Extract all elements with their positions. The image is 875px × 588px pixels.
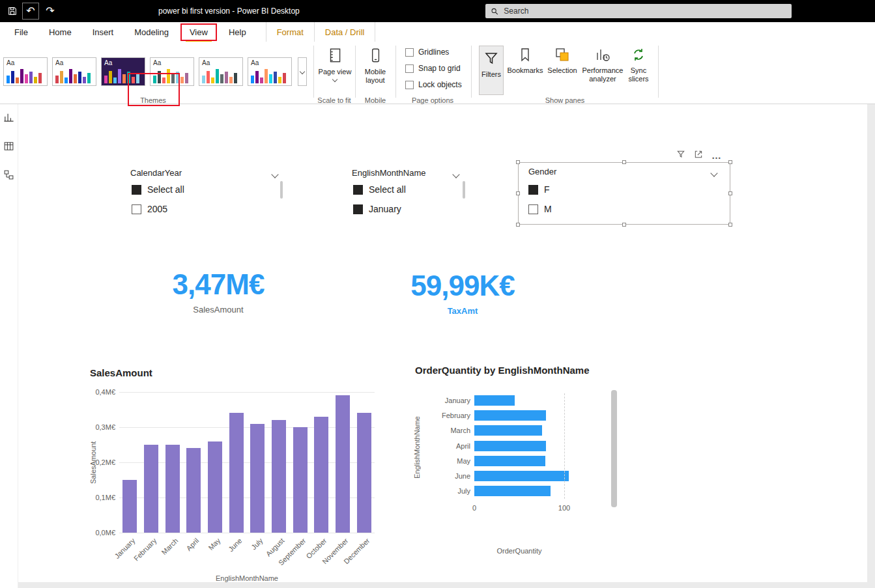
column-bar-april[interactable]	[186, 448, 201, 533]
slicer-item[interactable]: F	[528, 184, 550, 195]
slicer-englishmonthname[interactable]: EnglishMonthName Select all January	[352, 165, 466, 221]
card-taxamt[interactable]: 59,99K€ TaxAmt	[365, 270, 560, 316]
theme-bar	[69, 69, 72, 83]
tab-label: File	[14, 27, 28, 37]
theme-thumbnail-2[interactable]: Aa	[52, 57, 96, 86]
snap-to-grid-option[interactable]: Snap to grid	[405, 64, 461, 73]
theme-thumbnail-4[interactable]: Aa	[150, 57, 194, 86]
resize-handle[interactable]	[516, 191, 520, 195]
mobile-layout-button[interactable]: Mobile layout	[358, 47, 392, 85]
column-bar-february[interactable]	[144, 445, 158, 533]
model-view-button[interactable]	[3, 169, 14, 183]
slicer-calendaryear[interactable]: CalendarYear Select all 2005	[130, 165, 287, 221]
search-input[interactable]	[502, 6, 786, 16]
tab-file[interactable]: File	[4, 22, 38, 42]
bar-june[interactable]	[474, 471, 569, 481]
column-bar-march[interactable]	[165, 445, 180, 533]
bar-march[interactable]	[474, 425, 542, 436]
card-value: 3,47M€	[121, 268, 316, 301]
report-view-button[interactable]	[3, 112, 14, 126]
canvas-right-gutter	[867, 104, 875, 588]
column-chart-plot: 0,0M€0,1M€0,2M€0,3M€0,4M€JanuaryFebruary…	[119, 392, 375, 533]
page-view-button[interactable]: Page view	[318, 47, 352, 81]
chart-scrollbar[interactable]	[611, 390, 617, 507]
tab-home[interactable]: Home	[38, 22, 82, 42]
tab-view[interactable]: View	[179, 22, 218, 42]
tab-format[interactable]: Format	[266, 22, 314, 42]
column-bar-january[interactable]	[122, 480, 137, 533]
resize-handle[interactable]	[728, 223, 732, 227]
theme-thumbnail-3[interactable]: Aa	[101, 57, 145, 86]
resize-handle[interactable]	[622, 223, 626, 227]
theme-thumbnail-6[interactable]: Aa	[248, 57, 292, 86]
slicer-item[interactable]: January	[353, 203, 401, 215]
checkbox[interactable]	[132, 204, 141, 214]
theme-thumbnail-1[interactable]: Aa	[3, 57, 48, 86]
resize-handle[interactable]	[728, 191, 732, 195]
resize-handle[interactable]	[622, 160, 626, 164]
slicer-item[interactable]: Select all	[353, 184, 406, 195]
tab-insert[interactable]: Insert	[82, 22, 124, 42]
redo-button[interactable]: ↷	[42, 3, 59, 20]
gridlines-option[interactable]: Gridlines	[405, 48, 449, 57]
checkbox[interactable]	[528, 204, 538, 214]
column-bar-may[interactable]	[208, 441, 222, 533]
tab-data-drill[interactable]: Data / Drill	[314, 22, 376, 42]
visual-filter-button[interactable]	[676, 150, 685, 161]
checkbox[interactable]	[528, 185, 538, 195]
bar-chart-orderquantity[interactable]: OrderQuantity by EnglishMonthName Englis…	[410, 362, 625, 531]
bar-may[interactable]	[474, 456, 545, 466]
x-tick-label: August	[244, 537, 286, 578]
search-box[interactable]	[485, 4, 792, 18]
resize-handle[interactable]	[516, 223, 520, 227]
selection-pane-button[interactable]: Selection	[546, 47, 579, 75]
resize-handle[interactable]	[728, 160, 732, 164]
performance-analyzer-pane-button[interactable]: Performance analyzer	[581, 47, 624, 83]
chevron-down-icon[interactable]	[452, 171, 459, 178]
theme-gallery-expand-button[interactable]	[298, 57, 307, 86]
column-bar-august[interactable]	[272, 420, 286, 533]
chevron-down-icon[interactable]	[271, 171, 278, 178]
bookmarks-pane-button[interactable]: Bookmarks	[506, 47, 544, 75]
undo-button[interactable]: ↶	[22, 3, 39, 20]
column-chart-salesamount[interactable]: SalesAmount SalesAmount 0,0M€0,1M€0,2M€0…	[88, 365, 388, 588]
theme-bar	[251, 76, 254, 83]
bar-april[interactable]	[474, 441, 546, 451]
slicer-item[interactable]: M	[528, 203, 552, 215]
bar-february[interactable]	[474, 410, 546, 421]
focus-mode-button[interactable]	[694, 150, 703, 161]
column-bar-june[interactable]	[229, 413, 244, 533]
chevron-down-icon[interactable]	[710, 169, 717, 176]
data-view-button[interactable]	[3, 141, 14, 154]
lock-objects-checkbox[interactable]	[405, 81, 414, 89]
checkbox[interactable]	[353, 204, 363, 214]
column-bar-september[interactable]	[293, 427, 308, 533]
bar-january[interactable]	[474, 395, 515, 406]
slicer-scrollbar[interactable]	[463, 181, 465, 199]
bar-july[interactable]	[474, 486, 551, 496]
checkbox[interactable]	[132, 185, 141, 195]
column-bar-november[interactable]	[336, 395, 350, 533]
card-salesamount[interactable]: 3,47M€ SalesAmount	[121, 268, 316, 315]
sync-slicers-pane-button[interactable]: Sync slicers	[623, 47, 654, 83]
save-button[interactable]	[4, 3, 21, 20]
theme-thumbnail-5[interactable]: Aa	[199, 57, 243, 86]
resize-handle[interactable]	[516, 160, 520, 164]
more-options-button[interactable]: …	[711, 153, 722, 158]
lock-objects-option[interactable]: Lock objects	[405, 80, 462, 89]
column-bar-july[interactable]	[250, 424, 265, 533]
show-panes-group-label: Show panes	[529, 96, 601, 104]
snap-to-grid-checkbox[interactable]	[405, 64, 414, 73]
tab-help[interactable]: Help	[218, 22, 257, 42]
filters-pane-button[interactable]: Filters	[479, 46, 504, 95]
slicer-gender[interactable]: Gender F M	[518, 162, 730, 225]
checkbox[interactable]	[353, 185, 363, 195]
theme-bar	[122, 74, 126, 83]
column-bar-december[interactable]	[357, 413, 371, 533]
slicer-item[interactable]: Select all	[132, 184, 184, 195]
slicer-item[interactable]: 2005	[132, 203, 167, 215]
column-bar-october[interactable]	[314, 417, 328, 533]
slicer-scrollbar[interactable]	[280, 181, 283, 199]
tab-modeling[interactable]: Modeling	[124, 22, 179, 42]
gridlines-checkbox[interactable]	[405, 48, 414, 57]
